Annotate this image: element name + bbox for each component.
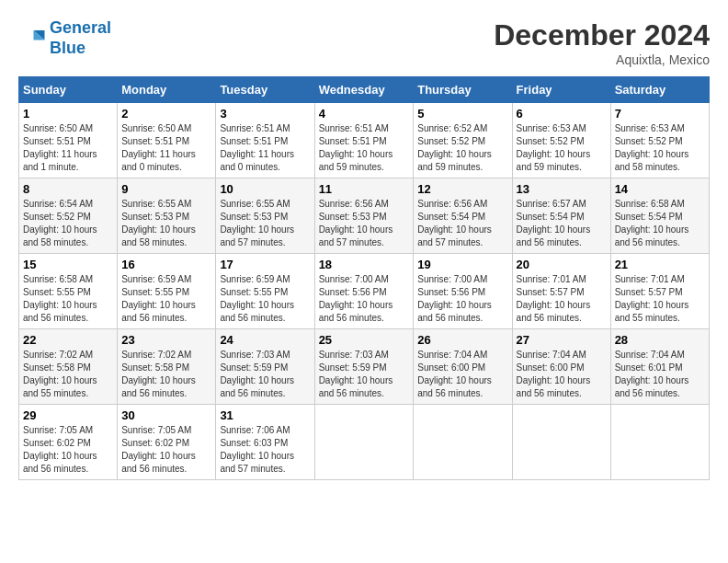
table-row: 5Sunrise: 6:52 AM Sunset: 5:52 PM Daylig… xyxy=(414,103,512,178)
day-number: 26 xyxy=(417,333,507,347)
day-number: 11 xyxy=(319,182,410,196)
day-number: 14 xyxy=(615,182,705,196)
table-row: 8Sunrise: 6:54 AM Sunset: 5:52 PM Daylig… xyxy=(19,178,118,254)
day-number: 1 xyxy=(23,107,113,121)
title-block: December 2024 Aquixtla, Mexico xyxy=(494,18,710,67)
logo-line2: Blue xyxy=(50,39,85,57)
table-row: 27Sunrise: 7:04 AM Sunset: 6:00 PM Dayli… xyxy=(512,329,610,405)
table-row: 15Sunrise: 6:58 AM Sunset: 5:55 PM Dayli… xyxy=(19,254,118,329)
logo-icon xyxy=(18,25,46,52)
table-row: 14Sunrise: 6:58 AM Sunset: 5:54 PM Dayli… xyxy=(610,178,709,254)
day-info: Sunrise: 6:51 AM Sunset: 5:51 PM Dayligh… xyxy=(319,122,410,174)
day-info: Sunrise: 6:58 AM Sunset: 5:55 PM Dayligh… xyxy=(23,273,113,325)
day-info: Sunrise: 7:03 AM Sunset: 5:59 PM Dayligh… xyxy=(319,349,410,400)
col-thursday: Thursday xyxy=(414,77,512,103)
day-number: 5 xyxy=(417,107,507,121)
col-tuesday: Tuesday xyxy=(216,77,314,103)
table-row: 10Sunrise: 6:55 AM Sunset: 5:53 PM Dayli… xyxy=(216,178,314,254)
table-row: 22Sunrise: 7:02 AM Sunset: 5:58 PM Dayli… xyxy=(19,329,118,405)
day-number: 25 xyxy=(319,333,410,347)
day-info: Sunrise: 6:56 AM Sunset: 5:53 PM Dayligh… xyxy=(319,198,410,249)
day-info: Sunrise: 7:04 AM Sunset: 6:00 PM Dayligh… xyxy=(517,349,607,400)
calendar-week-row: 8Sunrise: 6:54 AM Sunset: 5:52 PM Daylig… xyxy=(19,178,710,254)
day-number: 28 xyxy=(615,333,705,347)
table-row xyxy=(610,405,709,480)
day-number: 15 xyxy=(23,258,113,271)
day-info: Sunrise: 6:53 AM Sunset: 5:52 PM Dayligh… xyxy=(517,122,607,174)
day-info: Sunrise: 6:52 AM Sunset: 5:52 PM Dayligh… xyxy=(417,122,507,174)
day-number: 17 xyxy=(220,258,310,271)
table-row: 26Sunrise: 7:04 AM Sunset: 6:00 PM Dayli… xyxy=(414,329,512,405)
day-number: 9 xyxy=(121,182,211,196)
table-row xyxy=(314,405,414,480)
day-number: 20 xyxy=(517,258,607,271)
day-info: Sunrise: 7:03 AM Sunset: 5:59 PM Dayligh… xyxy=(220,349,310,400)
calendar-header-row: Sunday Monday Tuesday Wednesday Thursday… xyxy=(19,77,710,103)
table-row: 17Sunrise: 6:59 AM Sunset: 5:55 PM Dayli… xyxy=(216,254,314,329)
day-number: 24 xyxy=(220,333,310,347)
table-row: 16Sunrise: 6:59 AM Sunset: 5:55 PM Dayli… xyxy=(118,254,216,329)
day-info: Sunrise: 7:04 AM Sunset: 6:00 PM Dayligh… xyxy=(417,349,507,400)
day-info: Sunrise: 6:55 AM Sunset: 5:53 PM Dayligh… xyxy=(121,198,211,249)
col-monday: Monday xyxy=(118,77,216,103)
day-info: Sunrise: 6:51 AM Sunset: 5:51 PM Dayligh… xyxy=(220,122,310,174)
page-header: General Blue December 2024 Aquixtla, Mex… xyxy=(18,18,710,67)
table-row: 1Sunrise: 6:50 AM Sunset: 5:51 PM Daylig… xyxy=(19,103,118,178)
day-number: 29 xyxy=(23,408,113,422)
table-row: 30Sunrise: 7:05 AM Sunset: 6:02 PM Dayli… xyxy=(118,405,216,480)
day-number: 22 xyxy=(23,333,113,347)
day-number: 16 xyxy=(121,258,211,271)
day-info: Sunrise: 7:01 AM Sunset: 5:57 PM Dayligh… xyxy=(517,273,607,325)
table-row: 2Sunrise: 6:50 AM Sunset: 5:51 PM Daylig… xyxy=(118,103,216,178)
day-info: Sunrise: 7:05 AM Sunset: 6:02 PM Dayligh… xyxy=(23,424,113,476)
day-number: 21 xyxy=(615,258,705,271)
day-info: Sunrise: 6:58 AM Sunset: 5:54 PM Dayligh… xyxy=(615,198,705,249)
day-number: 31 xyxy=(220,408,310,422)
col-sunday: Sunday xyxy=(19,77,118,103)
day-info: Sunrise: 6:56 AM Sunset: 5:54 PM Dayligh… xyxy=(417,198,507,249)
day-number: 27 xyxy=(517,333,607,347)
day-info: Sunrise: 6:54 AM Sunset: 5:52 PM Dayligh… xyxy=(23,198,113,249)
table-row: 21Sunrise: 7:01 AM Sunset: 5:57 PM Dayli… xyxy=(610,254,709,329)
day-info: Sunrise: 6:57 AM Sunset: 5:54 PM Dayligh… xyxy=(517,198,607,249)
logo: General Blue xyxy=(18,18,111,58)
month-title: December 2024 xyxy=(494,18,710,52)
day-info: Sunrise: 7:04 AM Sunset: 6:01 PM Dayligh… xyxy=(615,349,705,400)
table-row: 7Sunrise: 6:53 AM Sunset: 5:52 PM Daylig… xyxy=(610,103,709,178)
day-info: Sunrise: 7:02 AM Sunset: 5:58 PM Dayligh… xyxy=(23,349,113,400)
table-row: 20Sunrise: 7:01 AM Sunset: 5:57 PM Dayli… xyxy=(512,254,610,329)
logo-line1: General xyxy=(50,18,111,37)
table-row xyxy=(414,405,512,480)
calendar-week-row: 1Sunrise: 6:50 AM Sunset: 5:51 PM Daylig… xyxy=(19,103,710,178)
day-number: 8 xyxy=(23,182,113,196)
day-number: 19 xyxy=(417,258,507,271)
col-wednesday: Wednesday xyxy=(314,77,414,103)
table-row: 3Sunrise: 6:51 AM Sunset: 5:51 PM Daylig… xyxy=(216,103,314,178)
calendar-week-row: 15Sunrise: 6:58 AM Sunset: 5:55 PM Dayli… xyxy=(19,254,710,329)
table-row: 24Sunrise: 7:03 AM Sunset: 5:59 PM Dayli… xyxy=(216,329,314,405)
day-info: Sunrise: 7:01 AM Sunset: 5:57 PM Dayligh… xyxy=(615,273,705,325)
day-number: 10 xyxy=(220,182,310,196)
day-number: 3 xyxy=(220,107,310,121)
day-info: Sunrise: 6:59 AM Sunset: 5:55 PM Dayligh… xyxy=(220,273,310,325)
location: Aquixtla, Mexico xyxy=(494,52,710,67)
table-row: 12Sunrise: 6:56 AM Sunset: 5:54 PM Dayli… xyxy=(414,178,512,254)
calendar-week-row: 29Sunrise: 7:05 AM Sunset: 6:02 PM Dayli… xyxy=(19,405,710,480)
col-friday: Friday xyxy=(512,77,610,103)
logo-text: General Blue xyxy=(50,18,111,58)
table-row: 11Sunrise: 6:56 AM Sunset: 5:53 PM Dayli… xyxy=(314,178,414,254)
table-row: 6Sunrise: 6:53 AM Sunset: 5:52 PM Daylig… xyxy=(512,103,610,178)
day-number: 23 xyxy=(121,333,211,347)
table-row: 18Sunrise: 7:00 AM Sunset: 5:56 PM Dayli… xyxy=(314,254,414,329)
table-row: 25Sunrise: 7:03 AM Sunset: 5:59 PM Dayli… xyxy=(314,329,414,405)
table-row: 31Sunrise: 7:06 AM Sunset: 6:03 PM Dayli… xyxy=(216,405,314,480)
day-number: 4 xyxy=(319,107,410,121)
calendar-table: Sunday Monday Tuesday Wednesday Thursday… xyxy=(18,76,710,480)
day-info: Sunrise: 7:00 AM Sunset: 5:56 PM Dayligh… xyxy=(417,273,507,325)
table-row: 4Sunrise: 6:51 AM Sunset: 5:51 PM Daylig… xyxy=(314,103,414,178)
day-number: 18 xyxy=(319,258,410,271)
table-row xyxy=(512,405,610,480)
day-info: Sunrise: 7:02 AM Sunset: 5:58 PM Dayligh… xyxy=(121,349,211,400)
day-info: Sunrise: 7:06 AM Sunset: 6:03 PM Dayligh… xyxy=(220,424,310,476)
table-row: 28Sunrise: 7:04 AM Sunset: 6:01 PM Dayli… xyxy=(610,329,709,405)
